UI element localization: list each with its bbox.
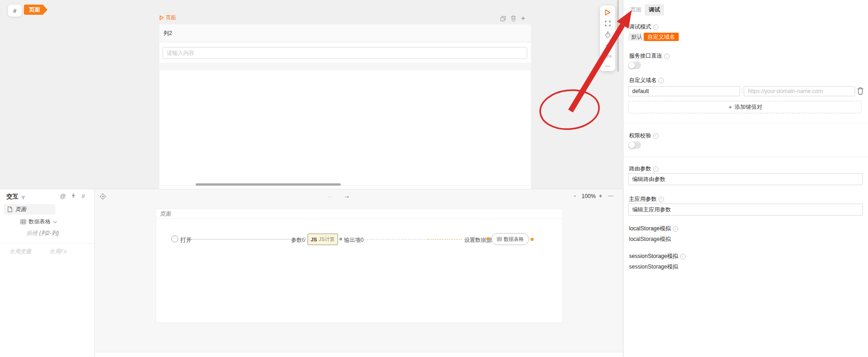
redo-button[interactable]: → (344, 192, 350, 199)
selection-label-text: 页面 (166, 14, 176, 21)
zoom-out-button[interactable]: — (605, 64, 610, 67)
domain-value-input[interactable] (744, 86, 855, 96)
undo-button[interactable]: ← (327, 192, 334, 199)
table-column-header[interactable]: 列2 (159, 24, 531, 42)
tree-item-page[interactable]: 页面 (4, 204, 55, 215)
debug-mode-custom-domain-button[interactable]: 自定义域名 (644, 33, 679, 41)
flow-table-out-port[interactable] (530, 238, 534, 241)
red-circle-annotation (538, 88, 601, 132)
app-root: # 页面 页面 + 列2 + 88% (0, 0, 868, 357)
info-icon[interactable] (658, 78, 664, 83)
custom-domain-label: 自定义域名 (629, 76, 664, 84)
history-button[interactable] (605, 31, 611, 38)
filter-icon[interactable] (21, 194, 26, 202)
settings-panel: 页面 调试 调试模式 默认 自定义域名 服务接口直连 自定义域名 : ＋ 添加键… (623, 0, 868, 357)
info-icon[interactable] (653, 133, 658, 139)
main-app-params-label: 主应用参数 (629, 195, 664, 203)
horizontal-scrollbar[interactable] (196, 183, 341, 186)
mention-icon[interactable]: @ (60, 193, 66, 199)
delete-domain-row-button[interactable] (857, 87, 864, 96)
table-component[interactable]: 列2 (159, 24, 531, 189)
js-badge: JS (311, 237, 317, 242)
flow-output-port[interactable] (339, 238, 342, 240)
tree-item-data-table[interactable]: 数据表格 (20, 218, 57, 226)
add-component-button[interactable]: + (521, 15, 525, 22)
trash-icon (511, 15, 516, 22)
js-node-label: JS计算 (319, 236, 335, 243)
flow-output-label: 输出项0 (344, 236, 364, 244)
section-divider (623, 123, 868, 124)
flow-action-port[interactable] (486, 237, 489, 240)
flow-zoom-out-button[interactable]: - (574, 192, 576, 199)
info-icon[interactable] (680, 254, 686, 259)
info-icon[interactable] (673, 226, 678, 232)
direct-connect-toggle[interactable] (628, 62, 641, 69)
selection-label[interactable]: 页面 (159, 14, 176, 21)
preview-play-button[interactable] (605, 9, 611, 16)
local-storage-label-text: localStorage模拟 (629, 225, 671, 233)
page-breadcrumb-tag[interactable]: 页面 (24, 5, 47, 15)
table-icon (497, 237, 502, 241)
table-icon (20, 219, 26, 224)
permission-check-label-text: 权限校验 (629, 132, 651, 140)
fullscreen-icon (605, 21, 611, 26)
component-actions: + (500, 15, 525, 22)
session-storage-label-text: sessionStorage模拟 (629, 252, 678, 260)
flow-zoom-in-button[interactable]: + (599, 192, 602, 199)
tree-item-slot[interactable]: 插槽(列2-列) (26, 229, 59, 237)
panel-divider (0, 243, 94, 244)
permission-check-toggle[interactable] (628, 141, 641, 149)
info-icon[interactable] (653, 166, 658, 172)
flow-zoom-level: 100% (582, 193, 596, 199)
flow-group-label: 页面 (156, 209, 562, 219)
flow-input-port[interactable] (303, 237, 306, 240)
hash-button[interactable]: # (8, 5, 22, 17)
global-vars-label[interactable]: 全局变量 (9, 248, 31, 256)
route-params-input[interactable] (628, 173, 863, 185)
debug-mode-label-text: 调试模式 (629, 23, 651, 31)
add-key-value-button[interactable]: ＋ 添加键值对 (628, 101, 862, 113)
flow-scroll-track[interactable] (95, 352, 623, 357)
section-divider (623, 157, 868, 157)
flow-start-node[interactable] (171, 235, 178, 242)
play-outline-icon (159, 15, 164, 20)
preview-toolbar: + 88% — (600, 6, 615, 71)
collapse-panel-button[interactable]: — (608, 193, 613, 199)
local-storage-edit-link[interactable]: localStorage模拟 (629, 235, 671, 243)
local-storage-label: localStorage模拟 (629, 225, 678, 233)
flow-editor: ← → - 100% + — 页面 打开 参数0 JS JS计算 输出项0 设置… (95, 189, 623, 357)
route-params-label-text: 路由参数 (629, 165, 651, 173)
global-fx-label[interactable]: 全局Fx (49, 248, 67, 256)
hash-icon[interactable]: # (82, 193, 85, 199)
direct-connect-label-text: 服务接口直连 (629, 52, 662, 60)
flow-table-node[interactable]: 数据表格 (491, 233, 529, 245)
session-storage-edit-link[interactable]: sessionStorage模拟 (629, 263, 678, 271)
vertical-scrollbar[interactable] (617, 0, 619, 72)
info-icon[interactable] (653, 24, 658, 30)
flow-connector-dashed (360, 239, 428, 240)
slot-label: 插槽 (26, 230, 37, 236)
custom-domain-label-text: 自定义域名 (629, 76, 657, 84)
permission-check-label: 权限校验 (629, 132, 658, 140)
delete-component-button[interactable] (511, 15, 516, 22)
domain-key-input[interactable] (628, 86, 740, 96)
copy-component-button[interactable] (500, 16, 506, 22)
flow-js-node[interactable]: JS JS计算 (308, 234, 338, 245)
fullscreen-button[interactable] (605, 21, 611, 26)
flow-group-page: 页面 打开 参数0 JS JS计算 输出项0 设置数据源 数据表格 (156, 209, 563, 323)
tab-page[interactable]: 页面 (630, 6, 641, 14)
locate-target-button[interactable] (99, 193, 106, 201)
interaction-panel-title: 交互 (6, 193, 18, 201)
content-input[interactable] (163, 47, 527, 59)
main-app-params-input[interactable] (628, 204, 863, 216)
flow-table-label: 数据表格 (504, 236, 524, 243)
zoom-in-button[interactable]: + (606, 42, 610, 49)
plus-icon: + (606, 42, 610, 49)
debug-mode-default-button[interactable]: 默认 (628, 33, 646, 41)
tab-debug[interactable]: 调试 (645, 4, 664, 16)
direct-connect-label: 服务接口直连 (629, 52, 670, 60)
event-lightning-icon[interactable] (71, 193, 76, 200)
tree-item-table-label: 数据表格 (29, 218, 51, 226)
info-icon[interactable] (664, 53, 670, 59)
info-icon[interactable] (658, 197, 664, 202)
